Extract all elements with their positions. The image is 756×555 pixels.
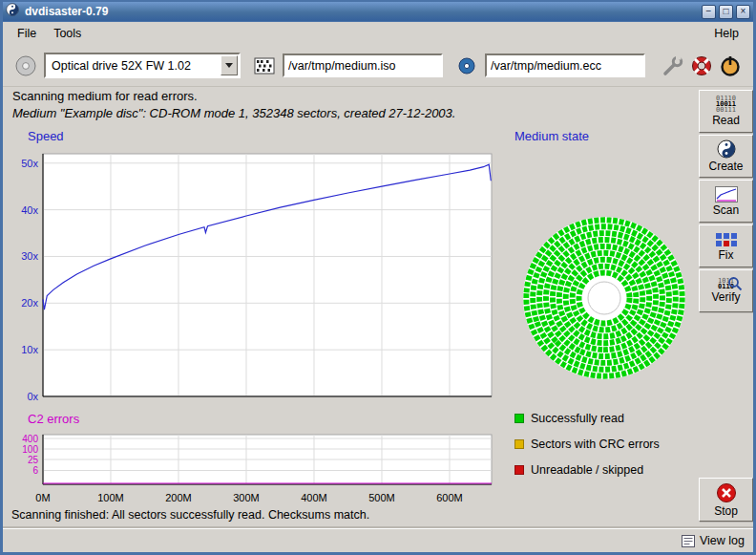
toolbar: Optical drive 52X FW 1.02 [3, 45, 753, 87]
legend-item-crc-errors: Sectors with CRC errors [514, 438, 700, 451]
status-line-medium-info: Medium "Example disc": CD-ROM mode 1, 35… [12, 106, 686, 120]
menu-help[interactable]: Help [705, 24, 747, 43]
legend-item-success: Successfully read [514, 412, 700, 425]
svg-text:20x: 20x [21, 297, 38, 309]
speed-chart-title: Speed [28, 129, 505, 144]
titlebar[interactable]: dvdisaster-0.79 − □ × [3, 2, 753, 21]
legend-item-unreadable: Unreadable / skipped [514, 463, 700, 477]
ecc-path-input[interactable] [485, 53, 645, 77]
bottom-statusbar: View log [3, 528, 753, 552]
create-button[interactable]: Create [699, 135, 753, 178]
medium-state-disc [521, 215, 687, 381]
power-icon [719, 54, 742, 77]
chevron-down-icon [225, 63, 233, 68]
chart-panel: Speed 0x10x20x30x40x50x C2 errors 625100… [9, 121, 505, 517]
red-swatch-icon [514, 465, 524, 475]
ecc-file-icon [456, 57, 477, 75]
svg-text:6: 6 [32, 465, 38, 476]
svg-text:50x: 50x [21, 158, 38, 169]
svg-text:30x: 30x [21, 250, 38, 262]
binary-magnifier-icon: 10110110 [718, 278, 734, 289]
c2-chart-title: C2 errors [28, 412, 505, 427]
scan-button[interactable]: Scan [699, 180, 753, 223]
wrench-icon [662, 54, 684, 77]
scan-result-status: Scanning finished: All sectors successfu… [11, 508, 369, 522]
app-window: dvdisaster-0.79 − □ × File Tools Help Op… [0, 0, 756, 555]
stop-icon [716, 482, 737, 503]
minimize-button[interactable]: − [702, 5, 716, 19]
life-ring-icon [690, 54, 713, 77]
fix-button[interactable]: Fix [699, 224, 753, 267]
verify-button[interactable]: 10110110 Verify [699, 269, 753, 312]
preferences-button[interactable] [659, 52, 687, 80]
close-button[interactable]: × [736, 5, 750, 19]
read-button[interactable]: 011101001100111 Read [699, 90, 753, 133]
speed-chart-svg: 0x10x20x30x40x50x [9, 146, 505, 406]
disc-drive-icon [14, 54, 37, 77]
stop-button[interactable]: Stop [699, 478, 753, 522]
app-logo-icon [6, 3, 19, 20]
svg-text:300M: 300M [233, 492, 260, 503]
svg-text:500M: 500M [368, 492, 395, 503]
iso-path-input[interactable] [283, 53, 443, 77]
svg-text:400M: 400M [301, 492, 327, 503]
maximize-button[interactable]: □ [719, 5, 733, 19]
svg-text:100: 100 [22, 444, 38, 455]
svg-text:25: 25 [28, 455, 39, 465]
drive-button[interactable] [11, 52, 40, 80]
svg-text:400: 400 [22, 434, 38, 444]
medium-state-legend: Successfully read Sectors with CRC error… [514, 412, 700, 477]
c2-chart-svg: 6251004000M100M200M300M400M500M600M [9, 429, 505, 517]
svg-text:100M: 100M [97, 492, 124, 503]
fix-blocks-icon [715, 231, 738, 247]
yellow-swatch-icon [514, 439, 524, 449]
yin-yang-icon [717, 139, 736, 159]
green-swatch-icon [514, 414, 524, 423]
medium-state-title: Medium state [514, 129, 700, 144]
action-sidebar: 011101001100111 Read Create [699, 90, 753, 522]
help-button[interactable] [687, 52, 716, 80]
svg-text:200M: 200M [165, 492, 192, 503]
menu-tools[interactable]: Tools [45, 24, 90, 43]
image-file-icon [254, 57, 275, 75]
log-icon [682, 535, 695, 547]
app-body: File Tools Help Optical drive 52X FW 1.0… [3, 22, 753, 552]
svg-text:0x: 0x [27, 391, 38, 402]
menubar: File Tools Help [3, 22, 753, 45]
magnifier-icon [727, 276, 743, 291]
scan-chart-icon [715, 186, 738, 203]
window-title: dvdisaster-0.79 [22, 5, 699, 18]
svg-text:10x: 10x [21, 344, 38, 355]
dropdown-arrow-button[interactable] [220, 55, 238, 75]
svg-text:600M: 600M [436, 492, 463, 503]
iso-image-button[interactable] [250, 52, 279, 80]
binary-read-icon: 011101001100111 [716, 96, 736, 113]
svg-text:0M: 0M [35, 492, 50, 503]
drive-select[interactable]: Optical drive 52X FW 1.02 [44, 53, 241, 78]
status-heading: Scanning medium for read errors. Medium … [12, 89, 686, 120]
quit-button[interactable] [716, 52, 745, 80]
medium-state-panel: Medium state Successfully read Sectors w… [509, 121, 700, 489]
view-log-button[interactable]: View log [681, 533, 746, 548]
svg-text:40x: 40x [21, 204, 38, 216]
menu-file[interactable]: File [9, 24, 45, 43]
ecc-file-button[interactable] [452, 52, 481, 80]
status-line-primary: Scanning medium for read errors. [12, 89, 686, 103]
drive-select-value: Optical drive 52X FW 1.02 [46, 59, 220, 73]
